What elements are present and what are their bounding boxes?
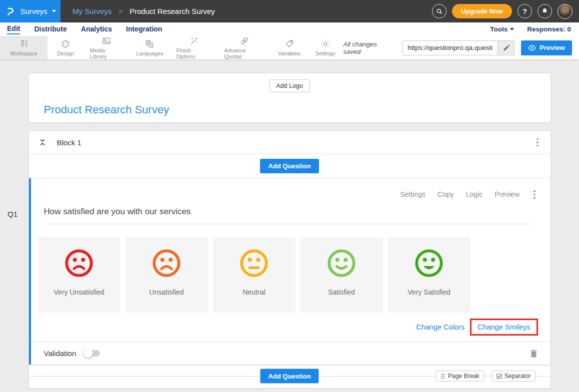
toolbar-label: Finish Options	[176, 47, 212, 59]
edit-url-button[interactable]	[498, 41, 514, 55]
page-break-label: Page Break	[448, 373, 480, 380]
validation-toggle[interactable]	[83, 348, 101, 358]
tab-analytics[interactable]: Analytics	[81, 25, 112, 34]
bell-icon	[541, 7, 548, 15]
tools-label: Tools	[490, 25, 508, 33]
wand-icon	[189, 36, 199, 46]
svg-text:A: A	[150, 43, 152, 47]
smiley-scale: Very Unsatisfied Unsatisfied	[38, 237, 550, 313]
tab-integration[interactable]: Integration	[126, 25, 162, 34]
toolbar-item-variables[interactable]: Variables	[272, 36, 308, 59]
question-action-preview[interactable]: Preview	[494, 190, 520, 198]
validation-row: Validation	[31, 342, 550, 365]
smiley-config-links: Change Colors Change Smileys	[31, 313, 550, 342]
tab-distribute[interactable]: Distribute	[34, 25, 66, 34]
smiley-option-satisfied[interactable]: Satisfied	[300, 237, 383, 313]
delete-question-button[interactable]	[530, 349, 538, 358]
smiley-satisfied-icon	[326, 248, 357, 279]
smiley-label: Neutral	[242, 288, 265, 296]
edit-toolbar: Workspace Design Media Library A Languag…	[0, 36, 579, 60]
add-question-row-top: Add Question	[29, 154, 550, 178]
toolbar-item-design[interactable]: Design	[48, 36, 84, 59]
block-card: Block 1 Add Question Settings Copy Logic…	[28, 130, 551, 389]
smiley-neutral-icon	[238, 248, 270, 279]
app-header: Surveys My Surveys > Product Research Su…	[0, 0, 579, 22]
add-logo-button[interactable]: Add Logo	[270, 79, 310, 92]
toolbar-label: Settings	[316, 50, 336, 56]
smiley-label: Very Satisfied	[408, 288, 450, 296]
translate-icon: A	[144, 39, 154, 49]
image-icon	[102, 36, 112, 46]
add-question-button-bottom[interactable]: Add Question	[260, 369, 318, 384]
separator-button[interactable]: Separator	[492, 371, 536, 382]
notifications-button[interactable]	[538, 4, 552, 18]
header-actions: Upgrade Now ?	[432, 4, 579, 19]
toolbar-item-languages[interactable]: A Languages	[130, 36, 170, 59]
workspace-icon	[19, 39, 29, 49]
tag-icon	[284, 39, 294, 49]
survey-nav: Edit Distribute Analytics Integration To…	[0, 22, 579, 36]
question-action-copy[interactable]: Copy	[438, 190, 454, 198]
checkbox-check-icon	[496, 374, 502, 379]
block-menu-kebab-icon[interactable]	[534, 136, 540, 149]
toolbar-label: Advance Quotas	[224, 47, 265, 59]
toolbar-label: Languages	[136, 50, 163, 56]
smiley-option-very-unsatisfied[interactable]: Very Unsatisfied	[38, 237, 120, 313]
eye-icon	[528, 45, 536, 51]
trash-icon	[530, 349, 538, 358]
toolbar-item-workspace[interactable]: Workspace	[0, 36, 48, 59]
user-avatar[interactable]	[558, 4, 572, 19]
breadcrumb: My Surveys > Product Research Survey	[72, 7, 215, 15]
chevron-down-icon	[52, 10, 56, 12]
smiley-label: Unsatisfied	[149, 288, 184, 296]
tab-edit[interactable]: Edit	[7, 24, 20, 34]
preview-button[interactable]: Preview	[521, 40, 572, 55]
separator-label: Separator	[504, 373, 531, 380]
annotation-highlight-box: Change Smileys	[470, 319, 538, 336]
question-action-settings[interactable]: Settings	[400, 190, 426, 198]
change-colors-link[interactable]: Change Colors	[416, 323, 464, 331]
product-menu-label: Surveys	[20, 7, 47, 15]
smiley-label: Satisfied	[328, 288, 355, 296]
surveys-product-menu[interactable]: Surveys	[0, 0, 60, 22]
toolbar-right: All changes saved Preview	[344, 36, 579, 59]
toolbar-item-finish-options[interactable]: Finish Options	[170, 36, 218, 59]
collapse-block-icon[interactable]	[39, 138, 46, 146]
breadcrumb-my-surveys[interactable]: My Surveys	[72, 7, 112, 15]
block-header: Block 1	[29, 131, 550, 154]
add-question-button-top[interactable]: Add Question	[260, 159, 318, 173]
chevron-down-icon	[510, 28, 514, 30]
toolbar-item-advance-quotas[interactable]: Advance Quotas	[218, 36, 272, 59]
validation-label: Validation	[44, 349, 76, 358]
breadcrumb-separator: >	[118, 7, 122, 15]
preview-label: Preview	[540, 44, 565, 51]
block-footer: Add Question Page Break Separator	[29, 365, 550, 388]
survey-canvas: Q1 Add Logo Product Research Survey Bloc…	[0, 60, 579, 389]
page-break-button[interactable]: Page Break	[436, 371, 484, 382]
help-button[interactable]: ?	[518, 4, 532, 18]
survey-header-card: Add Logo Product Research Survey	[28, 73, 551, 123]
toolbar-item-settings[interactable]: Settings	[308, 36, 344, 59]
question-text[interactable]: How satisfied are you with our services	[44, 207, 532, 224]
question-action-logic[interactable]: Logic	[466, 190, 482, 198]
smiley-label: Very Unsatisfied	[54, 288, 104, 296]
upgrade-now-button[interactable]: Upgrade Now	[452, 4, 512, 18]
search-button[interactable]	[432, 4, 446, 18]
survey-url-input[interactable]	[402, 41, 498, 55]
question-number: Q1	[8, 210, 18, 218]
tools-menu[interactable]: Tools	[490, 25, 514, 33]
smiley-unsatisfied-icon	[151, 248, 182, 279]
smiley-option-neutral[interactable]: Neutral	[213, 237, 296, 313]
change-smileys-link[interactable]: Change Smileys	[478, 323, 530, 331]
toolbar-label: Variables	[278, 50, 300, 56]
autosave-status: All changes saved	[344, 40, 396, 55]
toolbar-label: Design	[57, 50, 74, 56]
question-mark-icon: ?	[522, 7, 527, 15]
question-menu-kebab-icon[interactable]	[532, 188, 538, 201]
toolbar-item-media-library[interactable]: Media Library	[84, 36, 130, 59]
smiley-option-very-satisfied[interactable]: Very Satisfied	[388, 237, 470, 313]
nav-right: Tools Responses: 0	[490, 25, 572, 33]
survey-title[interactable]: Product Research Survey	[44, 103, 170, 116]
smiley-option-unsatisfied[interactable]: Unsatisfied	[126, 237, 208, 313]
block-title[interactable]: Block 1	[57, 138, 82, 147]
